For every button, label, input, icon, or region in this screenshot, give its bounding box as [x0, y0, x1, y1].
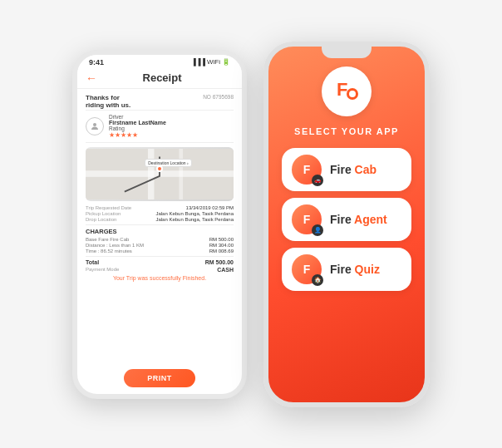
page-title: Receipt — [102, 71, 222, 84]
time-display: 9:41 — [89, 58, 104, 66]
back-button[interactable]: ← — [86, 71, 97, 85]
charge-row-1: Distance : Less than 1 KM RM 304.00 — [86, 243, 234, 248]
charges-title: CHARGES — [86, 228, 234, 235]
rating-stars: ★★★★★ — [109, 131, 166, 139]
charge-row-0: Base Fare Fire Cab RM 500.00 — [86, 237, 234, 242]
trip-date-row: Trip Requested Date 13/34/2019 02:59 PM — [86, 205, 234, 210]
fireagent-label: Fire Agent — [330, 213, 387, 226]
status-icons: ▐▐▐ WiFi 🔋 — [191, 58, 230, 66]
wifi-icon: WiFi — [207, 58, 220, 66]
fireagent-icon: F 👤 — [292, 204, 322, 234]
map-view: Destination Location › — [86, 147, 234, 201]
right-phone: F SELECT YOUR APP F 🚗 Fire Cab F 👤 Fire … — [263, 42, 430, 407]
agent-sub-icon: 👤 — [312, 224, 323, 236]
svg-point-0 — [93, 123, 96, 126]
print-button[interactable]: PRINT — [124, 369, 195, 387]
battery-icon: 🔋 — [222, 58, 230, 66]
charge-row-2: Time : 86.52 minutes RM 008.69 — [86, 249, 234, 254]
svg-rect-4 — [179, 149, 183, 199]
select-label: SELECT YOUR APP — [294, 126, 399, 136]
cab-sub-icon: 🚗 — [312, 175, 323, 186]
receipt-number: NO 6795698 — [203, 94, 234, 100]
total-row: Total RM 500.00 — [86, 259, 234, 265]
app-card-firecab[interactable]: F 🚗 Fire Cab — [282, 148, 411, 191]
firecab-label: Fire Cab — [330, 163, 376, 176]
receipt-body: Thanks forriding with us. NO 6795698 Dri… — [77, 89, 242, 364]
logo-icon: F — [334, 76, 359, 106]
svg-rect-3 — [148, 149, 154, 199]
left-phone: 9:41 ▐▐▐ WiFi 🔋 ← Receipt Thanks forridi… — [72, 50, 247, 399]
thanks-text: Thanks forriding with us. — [86, 94, 130, 109]
app-card-firequiz[interactable]: F 🏠 Fire Quiz — [282, 248, 411, 291]
driver-label: Driver — [109, 114, 166, 120]
driver-name: Firstname LastName — [109, 120, 166, 126]
firequiz-label: Fire Quiz — [330, 263, 380, 276]
destination-label: Destination Location › — [145, 159, 191, 167]
firecab-icon: F 🚗 — [292, 155, 322, 185]
quiz-sub-icon: 🏠 — [312, 274, 323, 286]
status-bar: 9:41 ▐▐▐ WiFi 🔋 — [77, 55, 242, 68]
map-pin — [156, 165, 163, 172]
drop-row: Drop Location Jalan Kebun Bunga, Tasik P… — [86, 217, 234, 222]
pickup-row: Pickup Location Jalan Kebun Bunga, Tasik… — [86, 211, 234, 216]
app-card-fireagent[interactable]: F 👤 Fire Agent — [282, 198, 411, 241]
firequiz-icon: F 🏠 — [292, 254, 322, 284]
driver-avatar — [86, 117, 104, 135]
rating-label: Rating — [109, 126, 166, 131]
signal-icon: ▐▐▐ — [191, 58, 205, 66]
svg-point-7 — [349, 91, 356, 97]
payment-mode-row: Payment Mode CASH — [86, 267, 234, 273]
print-area: PRINT — [77, 364, 242, 394]
app-logo: F — [322, 66, 372, 116]
success-message: Your Trip was successfully Finished. — [86, 275, 234, 281]
right-notch — [322, 47, 372, 58]
driver-row: Driver Firstname LastName Rating ★★★★★ — [86, 110, 234, 143]
svg-text:F: F — [337, 79, 347, 100]
receipt-header: ← Receipt — [77, 68, 242, 89]
